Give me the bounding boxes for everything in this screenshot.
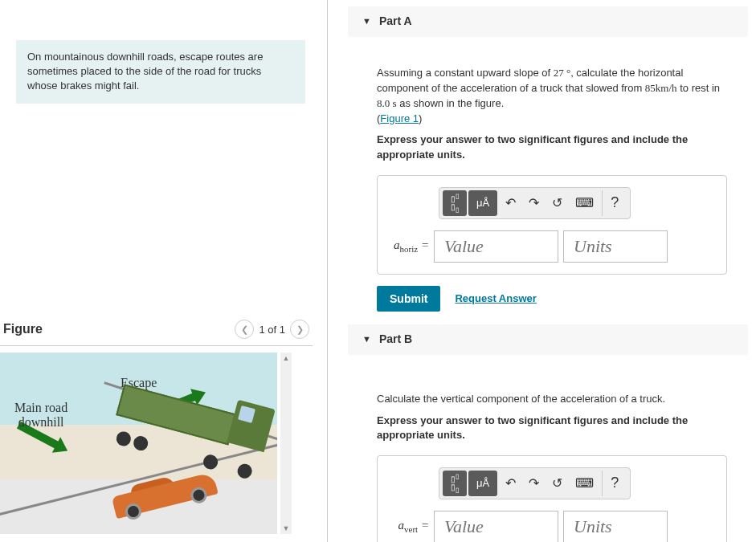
part-a-units-input[interactable] (563, 230, 668, 263)
left-panel: On mountainous downhill roads, escape ro… (0, 0, 328, 542)
figure-link[interactable]: Figure 1 (380, 112, 419, 124)
part-b-title: Part B (379, 332, 412, 345)
reset-icon: ↺ (552, 475, 562, 491)
part-a-body: Assuming a constant upward slope of 27 °… (348, 51, 748, 318)
part-b-section: ▼ Part B (348, 324, 748, 355)
figure-image: Escape route Main road downhill (0, 353, 277, 534)
template-tool-button[interactable]: ▯▯▯▯ (443, 471, 467, 496)
keyboard-button[interactable]: ⌨ (569, 190, 600, 216)
part-a-prompt: Assuming a constant upward slope of 27 °… (377, 66, 727, 126)
main-road-label: Main road downhill (14, 401, 67, 429)
part-a-variable-label: ahoriz = (390, 238, 429, 254)
part-b-body: Calculate the vertical component of the … (348, 369, 748, 542)
part-b-variable-label: avert = (390, 519, 429, 534)
part-b-header[interactable]: ▼ Part B (348, 324, 748, 353)
help-button[interactable]: ? (602, 471, 627, 496)
help-button[interactable]: ? (602, 190, 627, 216)
template-tool-button[interactable]: ▯▯▯▯ (443, 190, 467, 216)
scroll-up-icon: ▲ (283, 354, 290, 362)
redo-button[interactable]: ↷ (522, 190, 546, 216)
problem-intro: On mountainous downhill roads, escape ro… (16, 40, 305, 104)
reset-button[interactable]: ↺ (546, 471, 569, 496)
figure-counter: 1 of 1 (259, 324, 285, 336)
undo-icon: ↶ (505, 475, 516, 491)
part-b-prompt: Calculate the vertical component of the … (377, 392, 727, 407)
part-a-title: Part A (379, 14, 412, 27)
units-tool-button[interactable]: μÅ (468, 471, 497, 496)
reset-icon: ↺ (552, 195, 562, 210)
figure-prev-button[interactable]: ❮ (235, 320, 254, 339)
part-a-section: ▼ Part A (348, 6, 748, 37)
part-b-toolbar: ▯▯▯▯ μÅ ↶ ↷ ↺ ⌨ ? (439, 467, 631, 499)
keyboard-icon: ⌨ (575, 195, 594, 210)
part-a-submit-button[interactable]: Submit (377, 286, 440, 312)
right-panel: ▼ Part A Assuming a constant upward slop… (328, 0, 756, 542)
part-a-header[interactable]: ▼ Part A (348, 6, 748, 35)
part-a-value-input[interactable] (434, 230, 558, 263)
units-tool-button[interactable]: μÅ (468, 190, 497, 216)
figure-title: Figure (3, 322, 43, 336)
keyboard-button[interactable]: ⌨ (569, 471, 600, 496)
part-b-units-input[interactable] (563, 511, 668, 542)
scroll-down-icon: ▼ (283, 524, 290, 532)
part-a-toolbar: ▯▯▯▯ μÅ ↶ ↷ ↺ ⌨ ? (439, 187, 631, 219)
collapse-icon: ▼ (362, 16, 371, 26)
undo-button[interactable]: ↶ (499, 190, 522, 216)
part-b-instructions: Express your answer to two significant f… (377, 414, 727, 442)
redo-button[interactable]: ↷ (522, 471, 546, 496)
collapse-icon: ▼ (362, 334, 371, 344)
figure-next-button[interactable]: ❯ (290, 320, 309, 339)
figure-section: Figure ❮ 1 of 1 ❯ Escape route Main road… (0, 320, 313, 534)
part-b-value-input[interactable] (434, 511, 558, 542)
figure-scrollbar[interactable]: ▲ ▼ (280, 353, 292, 534)
part-b-answer-box: ▯▯▯▯ μÅ ↶ ↷ ↺ ⌨ ? avert = (377, 455, 727, 542)
part-a-request-answer-link[interactable]: Request Answer (455, 292, 536, 304)
undo-button[interactable]: ↶ (499, 471, 522, 496)
reset-button[interactable]: ↺ (546, 190, 569, 216)
keyboard-icon: ⌨ (575, 475, 594, 491)
redo-icon: ↷ (529, 475, 539, 491)
part-a-answer-box: ▯▯▯▯ μÅ ↶ ↷ ↺ ⌨ ? ahoriz = (377, 175, 727, 275)
undo-icon: ↶ (505, 195, 516, 210)
truck-icon (110, 370, 276, 475)
part-a-instructions: Express your answer to two significant f… (377, 132, 727, 161)
redo-icon: ↷ (529, 195, 539, 210)
